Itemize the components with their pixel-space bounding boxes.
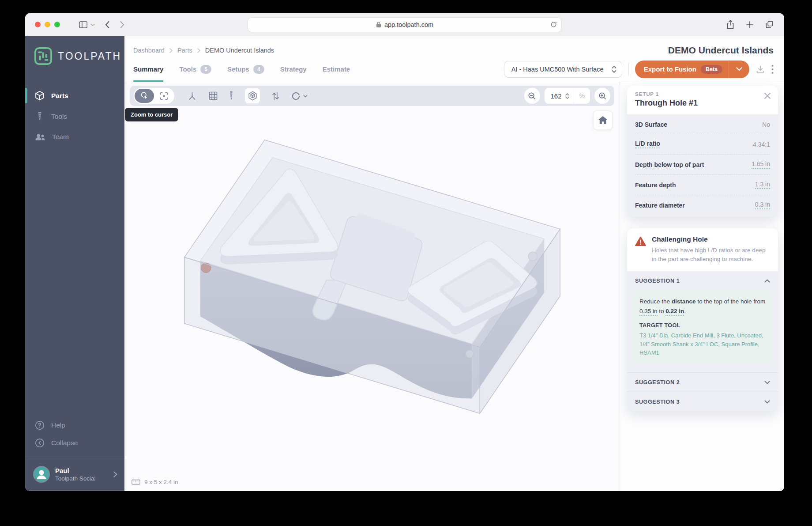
- sidebar-item-help[interactable]: Help: [25, 416, 124, 434]
- sidebar-item-collapse[interactable]: Collapse: [25, 434, 124, 452]
- back-button[interactable]: [105, 21, 110, 29]
- divider: [628, 63, 629, 76]
- zoom-to-fit-button[interactable]: [154, 89, 173, 103]
- help-icon: [35, 420, 45, 430]
- ruler-icon: [132, 479, 140, 485]
- setups-count-badge: 4: [253, 65, 264, 74]
- breadcrumb-parts[interactable]: Parts: [177, 47, 192, 54]
- breadcrumb-dashboard[interactable]: Dashboard: [133, 47, 165, 54]
- tab-overview-icon[interactable]: [765, 20, 774, 29]
- user-org: Toolpath Social: [55, 475, 96, 482]
- zoom-level-control: 162 %: [545, 88, 590, 104]
- export-to-fusion-button[interactable]: Export to Fusion Beta: [635, 65, 729, 74]
- close-window-button[interactable]: [35, 22, 41, 27]
- minimize-window-button[interactable]: [45, 22, 50, 27]
- zoom-stepper[interactable]: [565, 93, 574, 99]
- machine-select[interactable]: AI - Haas UMC500 With Surface: [504, 61, 622, 78]
- zoom-out-button[interactable]: [524, 88, 540, 104]
- chevron-down-icon: [736, 67, 742, 71]
- target-tool-value[interactable]: T3 1/4" Dia. Carbide End Mill, 3 Flute, …: [639, 331, 766, 357]
- tab-bar: Summary Tools5 Setups4 Strategy Estimate: [133, 57, 350, 82]
- spec-row-ld-ratio: L/D ratio 4.34:1: [635, 134, 770, 155]
- focus-frame-icon: [160, 92, 168, 100]
- stock-visibility-button[interactable]: [245, 88, 260, 103]
- spec-row-feature-diameter: Feature diameter 0.3 in: [635, 195, 770, 215]
- details-panel: SETUP 1 Through Hole #1 3D Surface No: [620, 82, 784, 491]
- spec-row-feature-depth: Feature depth 1.3 in: [635, 175, 770, 195]
- select-caret-icon: [612, 65, 617, 73]
- zoom-unit-label: %: [574, 92, 590, 99]
- home-icon: [598, 116, 608, 125]
- address-bar[interactable]: app.toolpath.com: [248, 17, 562, 32]
- suggestion-3-header[interactable]: SUGGESTION 3: [627, 392, 778, 411]
- setup-card: SETUP 1 Through Hole #1 3D Surface No: [627, 86, 778, 217]
- forward-button[interactable]: [120, 21, 125, 29]
- export-options-button[interactable]: [729, 67, 749, 71]
- reload-icon[interactable]: [550, 21, 557, 28]
- chevron-up-icon: [764, 279, 770, 283]
- stock-hexagon-icon: [248, 91, 257, 101]
- sidebar-item-tools[interactable]: Tools: [25, 107, 124, 125]
- browser-toolbar: app.toolpath.com: [25, 13, 784, 36]
- sidebar-toggle-button[interactable]: [79, 21, 95, 29]
- tool-bit-icon[interactable]: [229, 91, 233, 101]
- breadcrumb: Dashboard Parts DEMO Undercut Islands: [133, 47, 274, 54]
- zoom-window-button[interactable]: [54, 22, 60, 27]
- tab-summary[interactable]: Summary: [133, 57, 163, 82]
- grid-icon[interactable]: [209, 91, 218, 100]
- breadcrumb-current: DEMO Undercut Islands: [205, 47, 274, 54]
- share-icon[interactable]: [726, 20, 734, 29]
- 3d-viewport[interactable]: 162 %: [124, 82, 620, 491]
- user-profile[interactable]: Paul Toolpath Social: [25, 459, 124, 491]
- tab-tools[interactable]: Tools5: [179, 57, 211, 82]
- toolpath-logo-icon: [34, 47, 53, 65]
- page-title: DEMO Undercut Islands: [668, 45, 774, 56]
- zoom-to-cursor-button[interactable]: [135, 89, 154, 103]
- export-button-group: Export to Fusion Beta: [635, 61, 749, 78]
- setup-eyebrow: SETUP 1: [635, 91, 770, 97]
- warning-title: Challenging Hole: [652, 235, 770, 243]
- suggestion-1-header[interactable]: SUGGESTION 1: [627, 271, 778, 290]
- flip-vertical-icon[interactable]: [272, 91, 279, 101]
- tab-estimate[interactable]: Estimate: [323, 57, 350, 82]
- download-button[interactable]: [756, 64, 765, 74]
- spec-row-depth-below-top: Depth below top of part 1.65 in: [635, 155, 770, 175]
- tools-count-badge: 5: [200, 65, 211, 74]
- close-icon[interactable]: [764, 92, 771, 99]
- part-3d-model[interactable]: [124, 82, 620, 491]
- lock-icon: [376, 21, 381, 28]
- traffic-lights: [35, 22, 60, 27]
- zoom-in-button[interactable]: [594, 88, 610, 104]
- zoom-out-icon: [528, 92, 536, 100]
- new-tab-icon[interactable]: [746, 21, 753, 28]
- sidebar-item-parts[interactable]: Parts: [25, 87, 124, 105]
- viewport-toolbar: 162 %: [130, 86, 614, 106]
- home-view-button[interactable]: [593, 110, 613, 130]
- chevron-right-icon: [197, 48, 200, 53]
- cube-icon: [35, 91, 45, 101]
- challenging-hole-card: Challenging Hole Holes that have high L/…: [627, 228, 778, 411]
- stepper-down-icon: [565, 96, 569, 99]
- rotate-view-button[interactable]: [291, 91, 308, 101]
- suggestion-2-header[interactable]: SUGGESTION 2: [627, 372, 778, 392]
- target-tool-label: TARGET TOOL: [639, 322, 766, 329]
- more-options-button[interactable]: [771, 64, 774, 74]
- tab-setups[interactable]: Setups4: [227, 57, 264, 82]
- zoom-level-input[interactable]: 162: [545, 92, 565, 100]
- tooltip: Zoom to cursor: [125, 108, 178, 121]
- chevron-down-icon: [303, 95, 308, 98]
- sidebar-item-team[interactable]: Team: [25, 128, 124, 146]
- desktop-background: app.toolpath.com TOOLPATH Pa: [0, 0, 812, 526]
- zoom-cursor-icon: [140, 91, 149, 100]
- url-text: app.toolpath.com: [384, 21, 433, 28]
- avatar: [33, 466, 50, 483]
- setup-title: Through Hole #1: [635, 98, 770, 108]
- chevron-down-icon: [764, 381, 770, 384]
- kebab-menu-icon: [771, 64, 774, 74]
- tab-strategy[interactable]: Strategy: [280, 57, 307, 82]
- sidebar-item-label: Team: [52, 133, 69, 141]
- browser-window: app.toolpath.com TOOLPATH Pa: [25, 13, 784, 491]
- toolpath-brand[interactable]: TOOLPATH: [25, 36, 124, 65]
- axes-triad-icon[interactable]: [188, 91, 197, 101]
- chevron-right-icon: [113, 471, 117, 477]
